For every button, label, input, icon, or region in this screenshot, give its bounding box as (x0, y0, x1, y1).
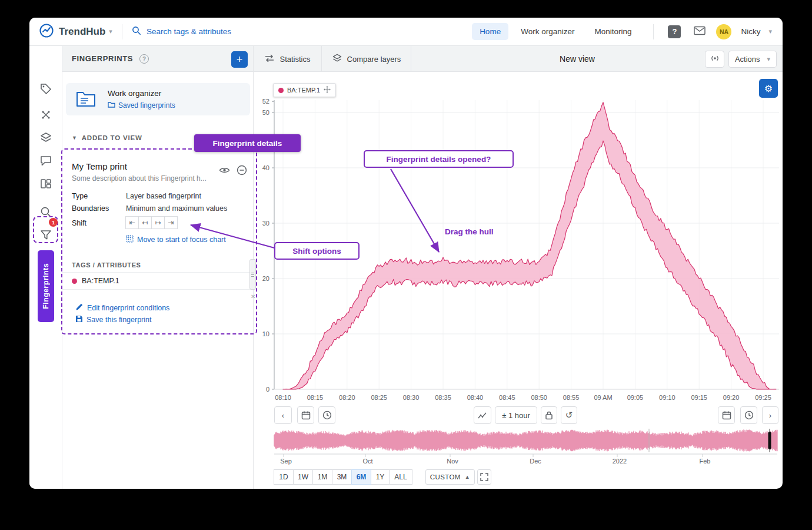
app-window: TrendHub ▾ Search tags & attributes Home… (29, 18, 783, 489)
preset-1m[interactable]: 1M (312, 469, 332, 485)
brand-name: TrendHub (59, 26, 105, 38)
edit-conditions-link[interactable]: Edit fingerprint conditions (75, 303, 169, 313)
svg-text:09:20: 09:20 (723, 394, 740, 401)
start-calendar-button[interactable] (297, 406, 314, 424)
chart-settings-gear-button[interactable]: ⚙ (759, 79, 778, 98)
user-chevron-down-icon[interactable]: ▾ (768, 28, 772, 35)
pan-right-button[interactable]: › (762, 406, 778, 424)
context-items-icon[interactable] (39, 108, 53, 122)
start-time-button[interactable] (318, 406, 335, 424)
fingerprints-panel: FINGERPRINTS ? + Work organizer Saved fi… (62, 46, 254, 489)
end-time-button[interactable] (740, 406, 757, 424)
layers-rail-icon[interactable] (39, 131, 53, 145)
brand-chevron-down-icon[interactable]: ▾ (109, 28, 112, 35)
grid-icon (126, 235, 134, 244)
svg-text:2022: 2022 (613, 458, 627, 465)
lock-range-button[interactable] (541, 406, 557, 424)
divider (653, 24, 654, 39)
series-legend-label: BA:TEMP.1 (287, 87, 320, 94)
move-to-start-link[interactable]: Move to start of focus chart (126, 235, 226, 244)
details-opened-callout: Fingerprint details opened? (364, 150, 514, 168)
shift-options-callout: Shift options (274, 242, 360, 260)
svg-text:Dec: Dec (530, 458, 541, 465)
fingerprint-count-badge: 1 (49, 218, 58, 227)
remove-minus-circle-icon[interactable] (237, 165, 247, 178)
time-range-button[interactable]: ± 1 hour (495, 406, 537, 424)
saved-fingerprints-link[interactable]: Saved fingerprints (108, 101, 175, 110)
tag-row[interactable]: BA:TEMP.1 (62, 272, 254, 290)
preset-6m[interactable]: 6M (351, 469, 371, 485)
preset-1w[interactable]: 1W (293, 469, 313, 485)
preset-all[interactable]: ALL (389, 469, 412, 485)
save-floppy-icon (75, 315, 83, 324)
broadcast-icon (710, 54, 720, 64)
added-to-view-section[interactable]: ▼ ADDED TO VIEW (72, 134, 142, 141)
tags-attributes-heading: TAGS / ATTRIBUTES (72, 261, 141, 269)
tag-name: BA:TEMP.1 (82, 277, 119, 285)
svg-text:08:20: 08:20 (339, 394, 355, 401)
preset-1d[interactable]: 1D (274, 469, 294, 485)
save-fingerprint-link[interactable]: Save this fingerprint (75, 315, 151, 324)
svg-text:Nov: Nov (447, 458, 458, 465)
broadcast-button[interactable] (705, 51, 724, 68)
fingerprints-panel-ribbon[interactable]: Fingerprints (38, 250, 54, 322)
chart-type-button[interactable] (474, 406, 491, 424)
actions-button[interactable]: Actions ▾ (728, 51, 777, 68)
tab-work-organizer[interactable]: Work organizer (513, 23, 582, 40)
user-name[interactable]: Nicky (741, 27, 760, 36)
tags-rail-icon[interactable] (39, 82, 53, 96)
svg-text:30: 30 (262, 220, 269, 227)
type-value: Layer based fingerprint (126, 192, 201, 200)
work-organizer-card[interactable]: Work organizer Saved fingerprints (66, 83, 250, 115)
history-undo-button[interactable]: ↺ (561, 406, 577, 424)
move-handle-icon[interactable] (324, 85, 331, 95)
messages-button[interactable] (694, 26, 705, 38)
add-fingerprint-button[interactable]: + (231, 51, 248, 68)
svg-text:08:30: 08:30 (403, 394, 420, 401)
tab-monitoring[interactable]: Monitoring (587, 23, 639, 40)
svg-text:08:10: 08:10 (275, 394, 291, 401)
panel-close-icon[interactable]: ✕ (251, 293, 255, 300)
shift-far-right-button[interactable]: ⇥ (164, 216, 178, 229)
compare-layers-icon (332, 53, 342, 65)
shift-left-button[interactable]: ↤ (138, 216, 152, 229)
comments-rail-icon[interactable] (39, 154, 53, 168)
svg-text:08:50: 08:50 (531, 394, 547, 401)
preset-3m[interactable]: 3M (332, 469, 352, 485)
svg-text:09:10: 09:10 (659, 394, 675, 401)
svg-text:08:25: 08:25 (371, 394, 387, 401)
end-calendar-button[interactable] (718, 406, 735, 424)
shift-label: Shift (72, 219, 86, 227)
panel-help-icon[interactable]: ? (139, 54, 149, 64)
dashboard-rail-icon[interactable] (39, 177, 53, 191)
folder-icon (75, 90, 96, 111)
series-legend-chip[interactable]: BA:TEMP.1 (273, 83, 336, 97)
search-input[interactable]: Search tags & attributes (132, 26, 472, 37)
svg-text:09 AM: 09 AM (594, 394, 612, 401)
help-button[interactable]: ? (668, 25, 681, 38)
settings-gear-icon[interactable]: ⚙ (39, 486, 53, 489)
tab-home[interactable]: Home (472, 23, 508, 40)
expand-context-button[interactable] (477, 469, 491, 485)
visibility-eye-icon[interactable] (219, 166, 230, 177)
statistics-tab[interactable]: Statistics (254, 46, 322, 72)
svg-text:Oct: Oct (362, 458, 372, 465)
custom-range-button[interactable]: CUSTOM ▲ (425, 469, 475, 485)
fingerprint-name: My Temp print (72, 161, 127, 171)
panel-resize-handle[interactable] (249, 259, 256, 290)
collapse-up-icon: ▲ (465, 474, 470, 480)
shift-right-button[interactable]: ↦ (151, 216, 165, 229)
preset-1y[interactable]: 1Y (371, 469, 390, 485)
zoom-preset-group: 1D 1W 1M 3M 6M 1Y ALL (274, 469, 412, 485)
svg-text:08:40: 08:40 (467, 394, 484, 401)
compare-layers-tab[interactable]: Compare layers (322, 46, 411, 72)
shift-button-group: ⇤ ↤ ↦ ⇥ (126, 216, 178, 229)
statistics-icon (264, 54, 275, 64)
boundaries-label: Boundaries (72, 204, 109, 213)
svg-text:09:15: 09:15 (691, 394, 707, 401)
pan-left-button[interactable]: ‹ (274, 406, 292, 424)
trendhub-logo-icon[interactable] (39, 23, 54, 41)
svg-text:Sep: Sep (280, 458, 292, 465)
avatar[interactable]: NA (716, 24, 731, 39)
shift-far-left-button[interactable]: ⇤ (125, 216, 139, 229)
